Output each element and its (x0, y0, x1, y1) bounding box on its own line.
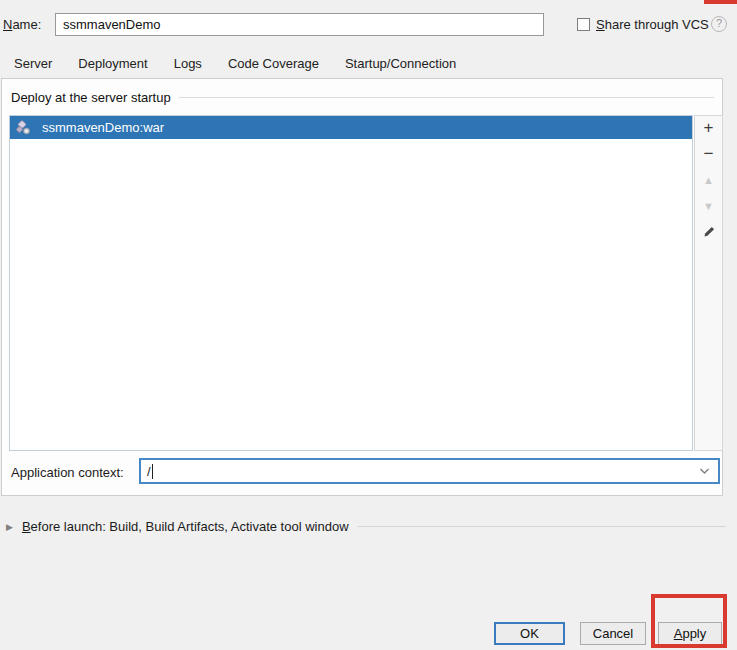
share-vcs-label[interactable]: Share through VCS (596, 17, 709, 32)
edit-pencil-icon (702, 225, 716, 239)
expander-arrow-icon[interactable]: ▶ (6, 522, 13, 532)
artifact-name: ssmmavenDemo:war (42, 120, 164, 135)
name-input[interactable] (55, 13, 544, 36)
help-icon[interactable]: ? (711, 16, 727, 32)
text-caret (152, 464, 153, 479)
remove-button[interactable]: − (698, 145, 720, 163)
name-label: Name: (3, 17, 41, 32)
deploy-group-title: Deploy at the server startup (11, 90, 171, 105)
application-context-combobox[interactable]: / (139, 458, 720, 484)
move-up-button[interactable]: ▲ (698, 171, 720, 189)
deploy-group-header: Deploy at the server startup (11, 90, 714, 105)
before-launch-section: ▶ Before launch: Build, Build Artifacts,… (6, 519, 732, 534)
before-launch-label[interactable]: Before launch: Build, Build Artifacts, A… (22, 519, 349, 534)
list-toolbar: + − ▲ ▼ (694, 115, 723, 451)
before-launch-rule (358, 526, 726, 527)
edit-button[interactable] (698, 223, 720, 241)
share-vcs-checkbox[interactable] (577, 18, 590, 31)
list-item-artifact[interactable]: ssmmavenDemo:war (10, 116, 692, 139)
apply-button[interactable]: Apply (658, 622, 722, 645)
ok-button[interactable]: OK (494, 622, 565, 645)
group-header-rule (179, 97, 714, 98)
application-context-label: Application context: (11, 465, 124, 480)
artifact-icon (16, 120, 32, 136)
cancel-button[interactable]: Cancel (580, 622, 646, 645)
chevron-down-icon[interactable] (699, 467, 710, 475)
add-button[interactable]: + (698, 119, 720, 137)
artifact-list[interactable]: ssmmavenDemo:war (9, 115, 693, 451)
deployment-panel: Deploy at the server startup ssmmavenDem… (1, 78, 723, 496)
application-context-value: / (147, 464, 151, 479)
move-down-button[interactable]: ▼ (698, 197, 720, 215)
top-right-partial-annotation (704, 0, 737, 4)
